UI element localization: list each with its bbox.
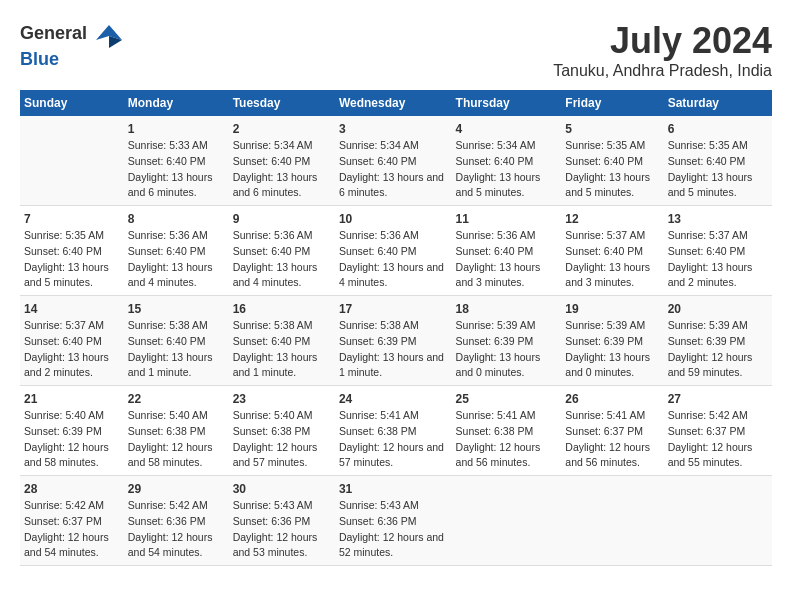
daylight-text: Daylight: 13 hours and 6 minutes. — [339, 170, 448, 202]
sunrise-text: Sunrise: 5:41 AM — [339, 408, 448, 424]
sunrise-text: Sunrise: 5:39 AM — [456, 318, 558, 334]
sunset-text: Sunset: 6:36 PM — [128, 514, 225, 530]
daylight-text: Daylight: 13 hours and 2 minutes. — [24, 350, 120, 382]
day-number: 16 — [233, 300, 331, 318]
calendar-cell: 22Sunrise: 5:40 AMSunset: 6:38 PMDayligh… — [124, 386, 229, 476]
logo: General Blue — [20, 20, 124, 70]
calendar-cell: 1Sunrise: 5:33 AMSunset: 6:40 PMDaylight… — [124, 116, 229, 206]
logo-general: General — [20, 23, 87, 43]
sunset-text: Sunset: 6:38 PM — [233, 424, 331, 440]
calendar-cell: 12Sunrise: 5:37 AMSunset: 6:40 PMDayligh… — [561, 206, 663, 296]
sunrise-text: Sunrise: 5:37 AM — [668, 228, 768, 244]
calendar-cell: 28Sunrise: 5:42 AMSunset: 6:37 PMDayligh… — [20, 476, 124, 566]
day-number: 31 — [339, 480, 448, 498]
calendar-week-row: 1Sunrise: 5:33 AMSunset: 6:40 PMDaylight… — [20, 116, 772, 206]
title-section: July 2024 Tanuku, Andhra Pradesh, India — [553, 20, 772, 80]
sunset-text: Sunset: 6:40 PM — [456, 154, 558, 170]
sunrise-text: Sunrise: 5:36 AM — [456, 228, 558, 244]
sunrise-text: Sunrise: 5:40 AM — [128, 408, 225, 424]
sunset-text: Sunset: 6:36 PM — [233, 514, 331, 530]
daylight-text: Daylight: 13 hours and 0 minutes. — [456, 350, 558, 382]
header-day-thursday: Thursday — [452, 90, 562, 116]
sunset-text: Sunset: 6:38 PM — [128, 424, 225, 440]
header-day-friday: Friday — [561, 90, 663, 116]
daylight-text: Daylight: 12 hours and 58 minutes. — [128, 440, 225, 472]
daylight-text: Daylight: 12 hours and 55 minutes. — [668, 440, 768, 472]
daylight-text: Daylight: 12 hours and 54 minutes. — [128, 530, 225, 562]
daylight-text: Daylight: 12 hours and 53 minutes. — [233, 530, 331, 562]
daylight-text: Daylight: 12 hours and 56 minutes. — [456, 440, 558, 472]
sunrise-text: Sunrise: 5:35 AM — [668, 138, 768, 154]
sunset-text: Sunset: 6:40 PM — [339, 244, 448, 260]
calendar-cell — [452, 476, 562, 566]
daylight-text: Daylight: 12 hours and 59 minutes. — [668, 350, 768, 382]
logo-line1: General — [20, 20, 124, 50]
daylight-text: Daylight: 12 hours and 52 minutes. — [339, 530, 448, 562]
sunrise-text: Sunrise: 5:36 AM — [128, 228, 225, 244]
calendar-cell: 16Sunrise: 5:38 AMSunset: 6:40 PMDayligh… — [229, 296, 335, 386]
daylight-text: Daylight: 13 hours and 1 minute. — [233, 350, 331, 382]
calendar-cell: 4Sunrise: 5:34 AMSunset: 6:40 PMDaylight… — [452, 116, 562, 206]
sunset-text: Sunset: 6:38 PM — [339, 424, 448, 440]
sunrise-text: Sunrise: 5:42 AM — [128, 498, 225, 514]
sunrise-text: Sunrise: 5:35 AM — [565, 138, 659, 154]
sunrise-text: Sunrise: 5:36 AM — [339, 228, 448, 244]
daylight-text: Daylight: 13 hours and 5 minutes. — [24, 260, 120, 292]
sunrise-text: Sunrise: 5:40 AM — [24, 408, 120, 424]
day-number: 9 — [233, 210, 331, 228]
daylight-text: Daylight: 13 hours and 4 minutes. — [339, 260, 448, 292]
calendar-cell: 3Sunrise: 5:34 AMSunset: 6:40 PMDaylight… — [335, 116, 452, 206]
calendar-week-row: 7Sunrise: 5:35 AMSunset: 6:40 PMDaylight… — [20, 206, 772, 296]
day-number: 7 — [24, 210, 120, 228]
sunset-text: Sunset: 6:40 PM — [233, 154, 331, 170]
calendar-cell: 14Sunrise: 5:37 AMSunset: 6:40 PMDayligh… — [20, 296, 124, 386]
sunrise-text: Sunrise: 5:37 AM — [24, 318, 120, 334]
day-number: 6 — [668, 120, 768, 138]
day-number: 21 — [24, 390, 120, 408]
sunset-text: Sunset: 6:39 PM — [456, 334, 558, 350]
sunrise-text: Sunrise: 5:33 AM — [128, 138, 225, 154]
calendar-cell: 24Sunrise: 5:41 AMSunset: 6:38 PMDayligh… — [335, 386, 452, 476]
sunset-text: Sunset: 6:36 PM — [339, 514, 448, 530]
sunset-text: Sunset: 6:40 PM — [339, 154, 448, 170]
header-day-saturday: Saturday — [664, 90, 772, 116]
sunset-text: Sunset: 6:40 PM — [233, 244, 331, 260]
sunrise-text: Sunrise: 5:42 AM — [24, 498, 120, 514]
calendar-cell: 5Sunrise: 5:35 AMSunset: 6:40 PMDaylight… — [561, 116, 663, 206]
daylight-text: Daylight: 13 hours and 1 minute. — [128, 350, 225, 382]
day-number: 29 — [128, 480, 225, 498]
calendar-cell: 30Sunrise: 5:43 AMSunset: 6:36 PMDayligh… — [229, 476, 335, 566]
sunset-text: Sunset: 6:40 PM — [128, 334, 225, 350]
calendar-table: SundayMondayTuesdayWednesdayThursdayFrid… — [20, 90, 772, 566]
sunrise-text: Sunrise: 5:36 AM — [233, 228, 331, 244]
sunrise-text: Sunrise: 5:38 AM — [339, 318, 448, 334]
calendar-cell: 29Sunrise: 5:42 AMSunset: 6:36 PMDayligh… — [124, 476, 229, 566]
sunset-text: Sunset: 6:40 PM — [233, 334, 331, 350]
sunset-text: Sunset: 6:40 PM — [668, 154, 768, 170]
daylight-text: Daylight: 13 hours and 3 minutes. — [565, 260, 659, 292]
sunset-text: Sunset: 6:40 PM — [565, 244, 659, 260]
calendar-cell: 23Sunrise: 5:40 AMSunset: 6:38 PMDayligh… — [229, 386, 335, 476]
header-day-wednesday: Wednesday — [335, 90, 452, 116]
daylight-text: Daylight: 13 hours and 1 minute. — [339, 350, 448, 382]
logo-blue: Blue — [20, 49, 59, 69]
sunrise-text: Sunrise: 5:34 AM — [456, 138, 558, 154]
daylight-text: Daylight: 12 hours and 54 minutes. — [24, 530, 120, 562]
day-number: 22 — [128, 390, 225, 408]
day-number: 5 — [565, 120, 659, 138]
sunset-text: Sunset: 6:40 PM — [128, 244, 225, 260]
day-number: 15 — [128, 300, 225, 318]
day-number: 8 — [128, 210, 225, 228]
page-header: General Blue July 2024 Tanuku, Andhra Pr… — [20, 20, 772, 80]
header-day-tuesday: Tuesday — [229, 90, 335, 116]
daylight-text: Daylight: 12 hours and 58 minutes. — [24, 440, 120, 472]
sunset-text: Sunset: 6:38 PM — [456, 424, 558, 440]
sunset-text: Sunset: 6:39 PM — [24, 424, 120, 440]
sunrise-text: Sunrise: 5:43 AM — [233, 498, 331, 514]
calendar-cell: 26Sunrise: 5:41 AMSunset: 6:37 PMDayligh… — [561, 386, 663, 476]
calendar-cell — [20, 116, 124, 206]
day-number: 11 — [456, 210, 558, 228]
sunrise-text: Sunrise: 5:39 AM — [565, 318, 659, 334]
calendar-cell: 10Sunrise: 5:36 AMSunset: 6:40 PMDayligh… — [335, 206, 452, 296]
sunset-text: Sunset: 6:37 PM — [24, 514, 120, 530]
